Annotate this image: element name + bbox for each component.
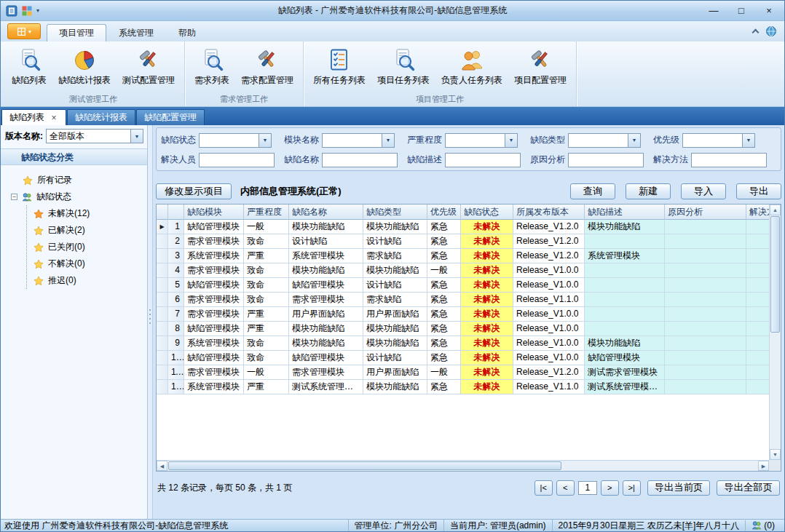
- grid-cell[interactable]: 模块功能缺陷: [585, 220, 665, 234]
- grid-cell[interactable]: 紧急: [427, 234, 461, 249]
- grid-cell[interactable]: 用户界面缺陷: [363, 365, 427, 380]
- grid-cell[interactable]: 设计缺陷: [363, 351, 427, 365]
- grid-cell[interactable]: 设计缺陷: [289, 234, 363, 249]
- dropdown-arrow-icon[interactable]: ▼: [382, 134, 394, 147]
- grid-cell[interactable]: 设计缺陷: [363, 234, 427, 249]
- grid-cell[interactable]: 一般: [244, 220, 289, 234]
- grid-cell[interactable]: 需求缺陷: [363, 293, 427, 307]
- grid-cell[interactable]: 系统管理模块: [289, 249, 363, 263]
- tree-item-deferred[interactable]: 推迟(0): [27, 272, 144, 289]
- table-row[interactable]: 4需求管理模块致命模块功能缺陷模块功能缺陷一般未解决Release_V1.0.0: [157, 263, 769, 278]
- doc-tab-defect-config[interactable]: 缺陷配置管理: [136, 109, 205, 125]
- grid-cell[interactable]: 未解决: [461, 351, 513, 365]
- filter-resolver-input[interactable]: [199, 153, 275, 167]
- grid-cell[interactable]: 测试需求管理模块: [585, 365, 665, 380]
- ribbon-button-owner-tasks[interactable]: 负责人任务列表: [435, 44, 508, 88]
- grid-cell[interactable]: Release_V1.0.0: [513, 336, 585, 351]
- grid-cell[interactable]: 需求管理模块: [184, 263, 244, 278]
- grid-cell[interactable]: 致命: [244, 278, 289, 293]
- grid-cell[interactable]: 未解决: [461, 234, 513, 249]
- scroll-up-icon[interactable]: ▲: [770, 205, 781, 215]
- grid-cell[interactable]: 致命: [244, 336, 289, 351]
- grid-cell[interactable]: 需求缺陷: [363, 249, 427, 263]
- grid-cell[interactable]: [746, 380, 769, 394]
- modify-display-items-button[interactable]: 修改显示项目: [156, 183, 232, 199]
- grid-cell[interactable]: 模块功能缺陷: [363, 263, 427, 278]
- table-row[interactable]: 3系统管理模块严重系统管理模块需求缺陷紧急未解决Release_V1.2.0系统…: [157, 249, 769, 263]
- version-select[interactable]: 全部版本 ▼: [46, 129, 143, 143]
- grid-cell[interactable]: Release_V1.2.0: [513, 249, 585, 263]
- grid-cell[interactable]: 模块功能缺陷: [289, 220, 363, 234]
- grid-cell[interactable]: [585, 307, 665, 322]
- grid-cell[interactable]: [585, 263, 665, 278]
- query-button[interactable]: 查询: [570, 183, 615, 199]
- grid-cell[interactable]: 致命: [244, 234, 289, 249]
- grid-cell[interactable]: 未解决: [461, 293, 513, 307]
- grid-cell[interactable]: [746, 278, 769, 293]
- grid-cell[interactable]: Release_V1.1.0: [513, 380, 585, 394]
- scroll-left-icon[interactable]: ◀: [157, 461, 167, 471]
- ribbon-button-project-tasks[interactable]: 项目任务列表: [371, 44, 435, 88]
- filter-severity-combo[interactable]: ▼: [445, 133, 518, 148]
- grid-cell[interactable]: 需求管理模块: [184, 293, 244, 307]
- grid-column-header[interactable]: 缺陷模块: [184, 205, 244, 220]
- grid-cell[interactable]: [665, 220, 746, 234]
- grid-cell[interactable]: 缺陷管理模块: [585, 351, 665, 365]
- grid-column-header[interactable]: 缺陷状态: [461, 205, 513, 220]
- grid-cell[interactable]: 未解决: [461, 263, 513, 278]
- collapse-toggle-icon[interactable]: −: [11, 194, 17, 200]
- grid-cell[interactable]: [746, 336, 769, 351]
- grid-cell[interactable]: 未解决: [461, 365, 513, 380]
- ribbon-button-defect-report[interactable]: 缺陷统计报表: [52, 44, 117, 88]
- grid-cell[interactable]: 系统管理模块: [184, 249, 244, 263]
- grid-cell[interactable]: [665, 293, 746, 307]
- grid-cell[interactable]: [665, 365, 746, 380]
- grid-cell[interactable]: [746, 365, 769, 380]
- grid-cell[interactable]: 紧急: [427, 249, 461, 263]
- filter-priority-combo[interactable]: ▼: [682, 133, 755, 148]
- grid-cell[interactable]: [665, 307, 746, 322]
- grid-cell[interactable]: 模块功能缺陷: [289, 263, 363, 278]
- grid-cell[interactable]: [746, 307, 769, 322]
- last-page-button[interactable]: >|: [623, 480, 641, 496]
- grid-cell[interactable]: 未解决: [461, 249, 513, 263]
- tab-close-icon[interactable]: ×: [50, 114, 58, 122]
- grid-cell[interactable]: 设计缺陷: [363, 278, 427, 293]
- grid-cell[interactable]: 需求管理模块: [289, 293, 363, 307]
- grid-cell[interactable]: [665, 380, 746, 394]
- scroll-right-icon[interactable]: ▶: [758, 461, 769, 471]
- grid-cell[interactable]: 模块功能缺陷: [363, 220, 427, 234]
- doc-tab-defect-list[interactable]: 缺陷列表 ×: [1, 109, 66, 125]
- grid-cell[interactable]: 需求管理模块: [184, 307, 244, 322]
- horizontal-scrollbar[interactable]: ◀ ▶: [157, 460, 769, 471]
- ribbon-tab-system-management[interactable]: 系统管理: [106, 24, 166, 41]
- ribbon-button-project-config[interactable]: 项目配置管理: [508, 44, 572, 88]
- ribbon-button-defect-list[interactable]: 缺陷列表: [6, 44, 52, 88]
- grid-cell[interactable]: 缺陷管理模块: [184, 278, 244, 293]
- grid-cell[interactable]: [746, 220, 769, 234]
- grid-cell[interactable]: Release_V1.0.0: [513, 322, 585, 336]
- grid-cell[interactable]: [665, 278, 746, 293]
- grid-cell[interactable]: [665, 234, 746, 249]
- table-row[interactable]: 7需求管理模块严重用户界面缺陷用户界面缺陷紧急未解决Release_V1.0.0: [157, 307, 769, 322]
- grid-column-header[interactable]: 解决方法: [746, 205, 769, 220]
- grid-cell[interactable]: [585, 293, 665, 307]
- application-menu-button[interactable]: ▾: [7, 23, 41, 39]
- export-current-page-button[interactable]: 导出当前页: [647, 480, 711, 496]
- grid-cell[interactable]: [665, 249, 746, 263]
- tree-item-closed[interactable]: 已关闭(0): [27, 239, 144, 255]
- tree-item-resolved[interactable]: 已解决(2): [27, 222, 144, 239]
- grid-cell[interactable]: 未解决: [461, 380, 513, 394]
- table-row[interactable]: 12系统管理模块严重测试系统管理模块模块功能缺陷紧急未解决Release_V1.…: [157, 380, 769, 394]
- filter-defect-type-combo[interactable]: ▼: [568, 133, 641, 148]
- grid-cell[interactable]: 用户界面缺陷: [363, 307, 427, 322]
- grid-cell[interactable]: 严重: [244, 249, 289, 263]
- grid-cell[interactable]: 缺陷管理模块: [184, 220, 244, 234]
- grid-cell[interactable]: 缺陷管理模块: [184, 322, 244, 336]
- dropdown-arrow-icon[interactable]: ▼: [130, 130, 143, 143]
- quick-access-caret-icon[interactable]: ▾: [36, 7, 39, 14]
- grid-cell[interactable]: [585, 322, 665, 336]
- grid-cell[interactable]: 模块功能缺陷: [363, 380, 427, 394]
- grid-cell[interactable]: 模块功能缺陷: [289, 322, 363, 336]
- grid-cell[interactable]: 缺陷管理模块: [289, 278, 363, 293]
